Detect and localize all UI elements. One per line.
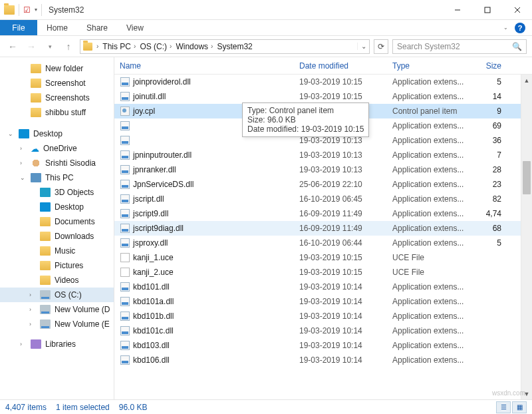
file-row[interactable]: kbd101.dll19-03-2019 10:14Application ex… [114,280,532,294]
file-row[interactable]: jscript.dll16-10-2019 06:45Application e… [114,192,532,206]
qat-dropdown-icon[interactable]: ▾ [35,7,37,13]
up-button[interactable]: ↑ [61,39,76,54]
expand-icon[interactable]: › [20,145,27,152]
tab-view[interactable]: View [117,20,153,35]
breadcrumb[interactable]: This PC [102,42,131,51]
folder-icon [83,43,92,51]
help-icon[interactable]: ? [515,23,525,33]
file-row[interactable]: kbd101a.dll19-03-2019 10:14Application e… [114,294,532,309]
tree-item[interactable]: ›New Volume (E [0,317,114,331]
tree-item[interactable]: Music [0,244,114,258]
file-date: 19-03-2019 10:15 [294,268,387,277]
dll-file-icon [120,341,130,350]
tree-item[interactable]: Screenshots [0,91,114,105]
tree-item[interactable]: ⌄Desktop [0,126,114,141]
file-menu-button[interactable]: File [0,20,37,35]
file-type: Application extens... [387,297,472,306]
ico-folder-icon [40,261,51,270]
tree-item[interactable]: ›Libraries [0,337,114,351]
file-row[interactable]: jscript9diag.dll16-09-2019 11:49Applicat… [114,221,532,236]
expand-icon[interactable]: ⌄ [20,174,27,181]
expand-icon[interactable]: › [20,341,27,347]
close-button[interactable] [502,0,532,20]
expand-icon[interactable]: › [20,160,27,166]
tree-item[interactable]: Documents [0,214,114,229]
search-icon: 🔍 [512,42,522,51]
expand-icon[interactable]: › [29,306,36,313]
forward-button[interactable]: → [24,39,39,54]
file-date: 19-03-2019 10:13 [294,165,387,174]
dll-file-icon [120,194,130,204]
onedrive-icon: ☁ [31,144,39,154]
file-row[interactable]: jscript9.dll16-09-2019 11:49Application … [114,206,532,221]
expand-icon[interactable]: › [29,321,36,327]
file-row[interactable]: jsproxy.dll16-10-2019 06:44Application e… [114,236,532,250]
tree-item[interactable]: ›New Volume (D [0,302,114,317]
tree-item[interactable]: ›☁OneDrive [0,141,114,156]
expand-icon[interactable]: › [29,292,36,298]
minimize-button[interactable] [442,0,472,20]
search-input[interactable]: 🔍 [392,39,527,54]
file-row[interactable]: joinproviderol.dll19-03-2019 10:15Applic… [114,75,532,89]
ico-disk-icon [40,290,51,300]
file-date: 19-03-2019 10:14 [294,355,387,365]
back-button[interactable]: ← [5,39,20,54]
file-row[interactable]: kanji_1.uce19-03-2019 10:15UCE File [114,250,532,265]
view-thumbnails-button[interactable]: ▦ [512,401,527,413]
tree-item[interactable]: Videos [0,273,114,288]
column-header-name[interactable]: Name [114,57,294,74]
file-name: kbd101a.dll [133,297,174,306]
tab-share[interactable]: Share [77,20,117,35]
dll-file-icon [120,121,130,130]
tree-item[interactable]: shibbu stuff [0,105,114,120]
file-type: Application extens... [387,326,472,335]
ribbon-collapse-icon[interactable]: ⌄ [503,25,508,31]
recent-locations-button[interactable]: ▾ [43,39,57,54]
dll-file-icon [120,150,130,160]
file-type: Application extens... [387,77,472,87]
file-row[interactable]: jpninputrouter.dll19-03-2019 10:13Applic… [114,148,532,162]
scroll-up-icon[interactable]: ▲ [521,75,532,86]
tree-item[interactable]: Downloads [0,229,114,244]
file-row[interactable]: kbd101b.dll19-03-2019 10:14Application e… [114,309,532,323]
file-date: 16-10-2019 06:45 [294,194,387,204]
column-header-type[interactable]: Type [387,57,472,74]
file-row[interactable]: kanji_2.uce19-03-2019 10:15UCE File [114,265,532,280]
file-type: Application extens... [387,92,472,101]
file-name: kbd101.dll [133,282,170,292]
file-row[interactable]: joinutil.dll19-03-2019 10:15Application … [114,89,532,104]
file-row[interactable]: jpnranker.dll19-03-2019 10:13Application… [114,162,532,177]
search-field[interactable] [396,41,523,52]
file-row[interactable]: kbd101c.dll19-03-2019 10:14Application e… [114,323,532,338]
tree-item[interactable]: Desktop [0,200,114,214]
scrollbar-thumb[interactable] [523,161,531,194]
address-bar[interactable]: › This PC› OS (C:)› Windows› System32 ⌄ [80,39,370,54]
tree-item[interactable]: Pictures [0,258,114,273]
tree-item[interactable]: 3D Objects [0,185,114,200]
breadcrumb[interactable]: Windows [176,42,208,51]
file-row[interactable]: JpnServiceDS.dll25-06-2019 22:10Applicat… [114,177,532,192]
address-dropdown-icon[interactable]: ⌄ [357,43,369,50]
file-name: kbd103.dll [133,341,170,350]
file-row[interactable]: kbd106.dll19-03-2019 10:14Application ex… [114,353,532,367]
breadcrumb[interactable]: OS (C:) [140,42,167,51]
column-header-date[interactable]: Date modified [294,57,387,74]
tree-item[interactable]: ⌄This PC [0,170,114,185]
check-icon[interactable]: ☑ [23,5,31,15]
maximize-button[interactable] [472,0,502,20]
vertical-scrollbar[interactable]: ▲ ▼ [521,75,532,399]
refresh-button[interactable]: ⟳ [374,39,388,54]
expand-icon[interactable]: ⌄ [8,130,15,137]
file-list[interactable]: Name Date modified Type Size joinprovide… [114,57,532,399]
tree-item[interactable]: Screenshot [0,76,114,91]
breadcrumb[interactable]: System32 [217,42,252,51]
tree-item[interactable]: New folder [0,61,114,76]
view-details-button[interactable]: ☰ [496,401,511,413]
column-header-size[interactable]: Size [472,57,507,74]
tree-item[interactable]: ›OS (C:) [0,288,114,302]
navigation-tree[interactable]: New folderScreenshotScreenshotsshibbu st… [0,57,114,399]
ico-desktop-icon [19,129,29,138]
tab-home[interactable]: Home [37,20,77,35]
file-row[interactable]: kbd103.dll19-03-2019 10:14Application ex… [114,338,532,353]
tree-item[interactable]: ›Srishti Sisodia [0,156,114,170]
